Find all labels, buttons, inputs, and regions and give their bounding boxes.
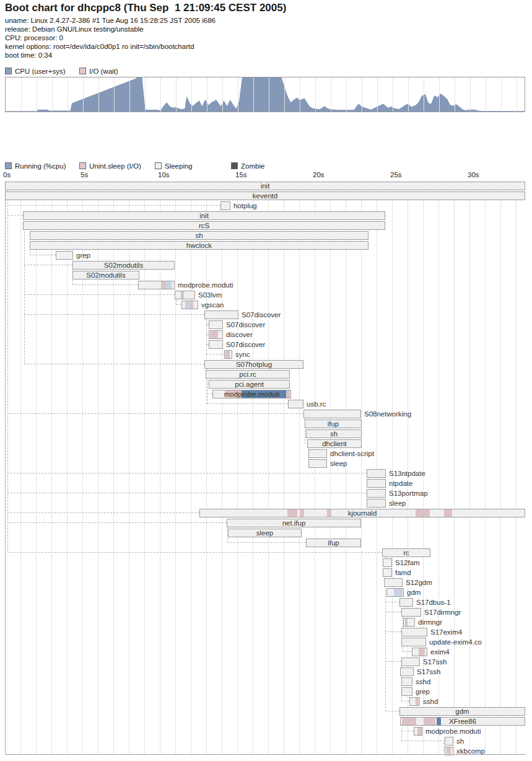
process-label: S02modutils [72,271,139,279]
cpu-gridline [145,77,146,112]
tree-connector [30,255,56,255]
gantt-gridline [284,181,284,755]
process-label: net.ifup [227,519,361,527]
legend-label: CPU (user+sys) [15,68,65,75]
axis-tick-label: 5s [81,171,88,178]
info-line: CPU: processor: 0 [5,33,63,42]
process-label: S07discover [226,320,265,329]
gantt-gridline [51,181,52,755]
process-bar [209,320,223,329]
process-label: ifup [306,539,361,547]
axis-tick-label: 0s [3,171,11,178]
info-line: uname: Linux 2.4.27-2-386 #1 Tue Aug 16 … [5,16,216,25]
process-bar [401,658,420,666]
process-label: xkbcomp [456,747,485,755]
process-bar [386,588,404,597]
cpu-usage-chart [5,77,525,112]
process-bar [288,400,303,408]
process-label: XFree86 [400,717,525,726]
tree-connector [207,403,288,404]
legend-swatch [79,162,86,169]
tree-connector [7,552,382,553]
cpu-gridline [129,77,130,112]
tree-connector [176,304,181,305]
tree-connector [206,354,224,354]
gantt-gridline [268,181,269,755]
gantt-gridline [516,181,517,755]
process-label: sync [235,350,250,359]
gantt-gridline [20,181,21,755]
tree-connector [7,473,367,473]
process-gantt-chart: initkeventdhotpluginitrcSshhwclockgrepS0… [0,181,532,755]
cpu-gridline [315,77,316,112]
legend-swatch [155,162,162,169]
process-label: S17ssh [417,667,440,676]
process-label: S07discover [242,310,281,319]
process-bar [56,251,73,260]
tree-connector-vertical [443,742,444,751]
process-bar [399,598,413,607]
process-bar [412,648,427,656]
gantt-gridline [36,181,37,755]
process-label: S17ssh [423,658,447,666]
process-bar [401,677,412,686]
process-label: grep [76,251,90,260]
info-line: boot time: 0:34 [5,51,52,59]
process-label: ifup [305,420,362,428]
process-bar [367,489,386,498]
legend-label: Running (%cpu) [15,162,66,170]
tree-connector-vertical [206,316,207,354]
process-label: sh [306,429,362,438]
tree-connector [7,413,303,414]
cpu-gridline [98,77,99,112]
gantt-gridline [175,181,176,755]
tree-connector [24,364,204,364]
legend-swatch [5,68,12,74]
process-label: init [23,211,385,220]
process-label: S08networking [364,410,411,418]
process-bar [445,747,453,755]
cpu-gridline [346,77,347,112]
process-label: S12gdm [406,578,432,587]
cpu-gridline [37,77,37,112]
process-label: dhclient-script [330,449,374,458]
tree-connector [7,512,199,513]
cpu-gridline [439,77,440,112]
cpu-gridline [331,77,331,112]
gantt-gridline [191,181,191,755]
process-bar [384,578,403,587]
process-label: pci.rc [206,370,290,379]
io-wait-segment [161,281,166,289]
process-label: sh [456,737,464,746]
tree-connector [385,602,399,602]
gantt-gridline [299,181,300,755]
process-bar [204,310,238,319]
process-label: S13portmap [389,489,428,498]
cpu-gridline [21,77,22,112]
process-label: dhclient [307,439,362,448]
gantt-gridline [206,181,207,755]
process-bar [220,201,230,210]
cpu-gridline [207,77,207,112]
gantt-gridline [377,181,377,755]
legend-item: Unint.sleep (I/O) [79,162,141,170]
gantt-gridline [5,181,6,755]
running-light-segment [394,589,403,596]
cpu-gridline [68,77,68,112]
process-label: usb.rc [307,400,326,408]
cpu-gridline [238,77,238,112]
process-label: gdm [407,588,421,597]
process-label: exim4 [430,648,450,656]
process-bar [445,737,453,746]
legend-item: Running (%cpu) [5,162,66,170]
gantt-gridline [67,181,68,755]
tree-connector [72,284,138,285]
cpu-gridline [176,77,177,112]
process-label: sh [30,231,368,240]
io-wait-segment [190,301,193,309]
cpu-gridline [83,77,84,112]
process-label: init [5,182,525,190]
process-label: sshd [416,677,430,686]
tree-connector [24,294,175,295]
process-label: modprobe.moduti [178,281,233,289]
